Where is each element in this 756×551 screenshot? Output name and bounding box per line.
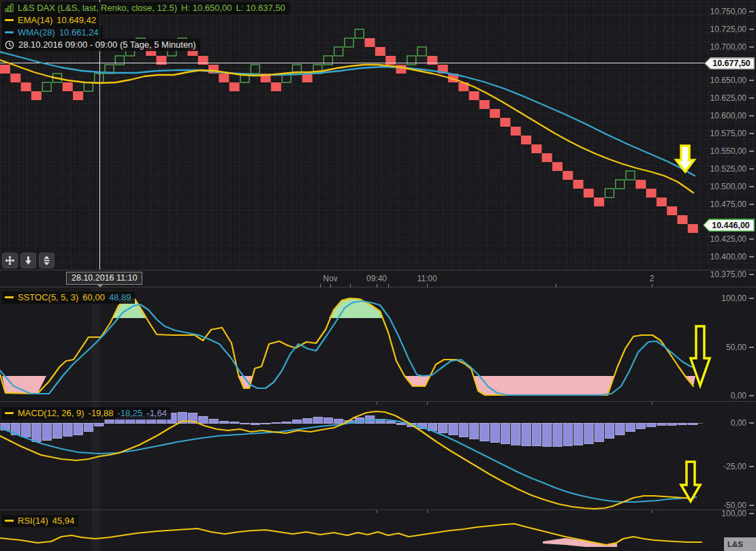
renko-brick-down bbox=[563, 171, 573, 180]
macd-histogram-bar bbox=[543, 424, 552, 447]
renko-brick-down bbox=[10, 74, 20, 82]
macd-histogram-bar bbox=[313, 418, 322, 424]
macd-histogram-bar bbox=[553, 424, 562, 447]
symbol-text: L&S DAX (L&S, last, Renko, close, 12.5) bbox=[18, 3, 177, 13]
ema-legend[interactable]: EMA(14) 10.649,42 bbox=[2, 14, 100, 27]
macd-histogram-bar bbox=[292, 420, 301, 424]
rsi-dash-icon bbox=[5, 520, 14, 522]
crosshair-price-text: 10.677,50 bbox=[712, 59, 751, 68]
last-price-tag: 10.446,00 bbox=[703, 219, 755, 232]
macd-histogram-bar bbox=[689, 424, 697, 425]
ema-name: EMA(14) bbox=[18, 15, 52, 25]
clock-icon bbox=[5, 40, 14, 50]
renko-brick-down bbox=[635, 180, 646, 189]
macd-histogram-bar bbox=[396, 424, 405, 425]
panel-separator bbox=[0, 270, 756, 270]
time-range-legend[interactable]: 28.10.2016 09:00 - 09:00 (5 Tage, 5 Minu… bbox=[2, 39, 200, 51]
crosshair-date-text: 28.10.2016 11:10 bbox=[72, 273, 137, 283]
renko-brick-up bbox=[115, 56, 124, 65]
macd-histogram-bar bbox=[532, 424, 541, 446]
macd-histogram-bar bbox=[303, 419, 312, 424]
macd-histogram-bar bbox=[605, 424, 614, 439]
panel-separator bbox=[0, 509, 756, 510]
macd-histogram-bar bbox=[219, 422, 228, 424]
macd-histogram-bar bbox=[282, 422, 291, 424]
renko-bricks bbox=[0, 29, 698, 233]
renko-brick-down bbox=[479, 100, 490, 109]
renko-brick-up bbox=[84, 82, 93, 91]
renko-brick-down bbox=[542, 153, 552, 162]
macd-histogram-bar bbox=[490, 424, 499, 443]
macd-histogram-bar bbox=[563, 424, 572, 446]
macd-histogram-bar bbox=[199, 417, 208, 424]
macd-histogram-bar bbox=[251, 424, 259, 425]
renko-brick-down bbox=[198, 56, 208, 65]
rsi-plot bbox=[0, 524, 702, 547]
sstoc-k-value: 60,00 bbox=[82, 292, 105, 302]
ema-value: 10.649,42 bbox=[57, 15, 96, 25]
macd-histogram-bar bbox=[626, 424, 635, 432]
renko-brick-up bbox=[42, 82, 51, 91]
renko-brick-down bbox=[678, 215, 688, 224]
macd-histogram-bar bbox=[84, 424, 93, 432]
renko-brick-down bbox=[271, 82, 281, 91]
renko-brick-down bbox=[63, 82, 73, 91]
crosshair-price-tag: 10.677,50 bbox=[704, 57, 755, 69]
renko-brick-down bbox=[521, 136, 531, 144]
macd-histogram-bar bbox=[636, 424, 645, 429]
renko-brick-down bbox=[657, 198, 667, 206]
macd-hist-value: -1,64 bbox=[146, 408, 167, 418]
arrow-down-icon bbox=[23, 255, 33, 266]
sstoc-legend[interactable]: SSTOC(5, 5, 3) 60,00 48,89 bbox=[2, 292, 135, 304]
wma-line bbox=[0, 52, 695, 176]
instrument-tab[interactable]: L&S DA bbox=[724, 537, 756, 551]
rsi-legend[interactable]: RSI(14) 45,94 bbox=[2, 515, 78, 527]
renko-brick-down bbox=[500, 118, 510, 127]
panel-separator bbox=[0, 401, 756, 402]
macd-histogram-bar bbox=[272, 423, 281, 424]
renko-brick-down bbox=[230, 82, 240, 91]
renko-brick-down bbox=[302, 74, 313, 82]
macd-histogram-bar bbox=[42, 424, 51, 441]
renko-brick-down bbox=[594, 198, 604, 206]
renko-brick-down bbox=[0, 65, 10, 74]
macd-histogram-bar bbox=[22, 424, 31, 437]
fit-vertical-button[interactable] bbox=[39, 253, 54, 268]
ema-dash-icon bbox=[5, 19, 14, 21]
low-value: L: 10.637,50 bbox=[236, 3, 285, 13]
renko-brick-up bbox=[616, 180, 625, 189]
rsi-name: RSI(14) bbox=[18, 516, 48, 526]
macd-histogram-bar bbox=[449, 424, 458, 435]
symbol-legend[interactable]: L&S DAX (L&S, last, Renko, close, 12.5) … bbox=[2, 2, 289, 14]
wma-legend[interactable]: WMA(28) 10.661,24 bbox=[2, 27, 103, 39]
macd-histogram-bar bbox=[595, 424, 603, 442]
macd-histogram-bar bbox=[334, 420, 343, 424]
pan-button[interactable] bbox=[2, 253, 18, 268]
scroll-down-button[interactable] bbox=[20, 253, 36, 268]
renko-brick-down bbox=[375, 47, 385, 56]
renko-brick-up bbox=[626, 171, 635, 180]
sstoc-name: SSTOC(5, 5, 3) bbox=[18, 292, 78, 302]
renko-brick-down bbox=[21, 82, 31, 91]
expand-vertical-icon bbox=[42, 255, 52, 266]
high-value: H: 10.650,00 bbox=[181, 3, 232, 13]
renko-brick-up bbox=[251, 65, 259, 74]
bar-chart-icon bbox=[5, 3, 14, 12]
renko-brick-up bbox=[95, 74, 104, 82]
macd-histogram-bar bbox=[667, 424, 676, 426]
renko-brick-up bbox=[407, 56, 416, 65]
macd-histogram-bar bbox=[522, 424, 531, 446]
macd-histogram-bar bbox=[63, 424, 72, 437]
renko-brick-down bbox=[73, 91, 83, 100]
macd-dash-icon bbox=[5, 412, 14, 414]
renko-brick-up bbox=[334, 47, 343, 56]
renko-brick-down bbox=[365, 38, 375, 47]
macd-name: MACD(12, 26, 9) bbox=[18, 408, 84, 418]
macd-legend[interactable]: MACD(12, 26, 9) -19,88 -18,25 -1,64 bbox=[2, 407, 171, 420]
macd-histogram-bar bbox=[480, 424, 489, 441]
renko-brick-down bbox=[646, 189, 657, 198]
chart-toolbar bbox=[2, 253, 54, 268]
macd-histogram-bar bbox=[501, 424, 509, 444]
renko-brick-down bbox=[427, 56, 437, 65]
macd-plot bbox=[0, 411, 703, 509]
